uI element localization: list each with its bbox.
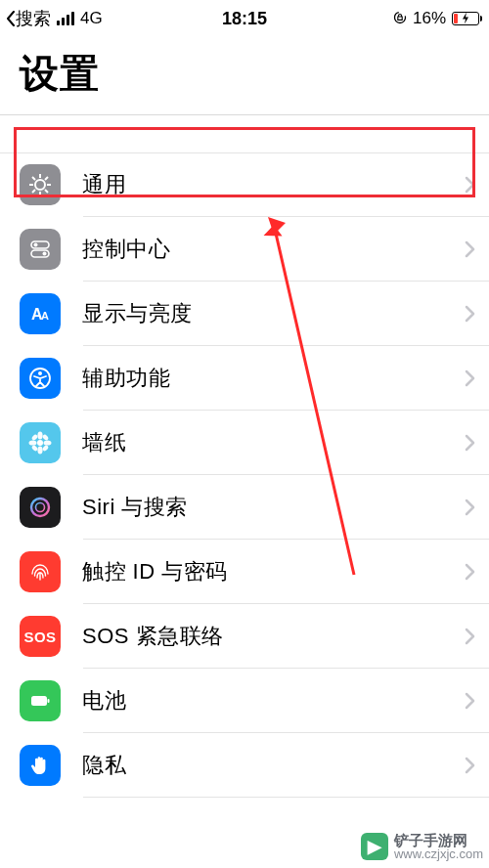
svg-line-7 (45, 190, 48, 193)
battery-percent: 16% (413, 9, 446, 28)
svg-point-22 (44, 440, 52, 445)
svg-point-17 (38, 371, 42, 375)
chevron-right-icon (450, 499, 489, 516)
row-sos[interactable]: SOS SOS 紧急联络 (0, 604, 489, 669)
svg-line-8 (32, 190, 35, 193)
svg-point-11 (34, 243, 38, 247)
orientation-lock-icon (393, 9, 407, 29)
watermark-url: www.czjxjc.com (394, 847, 483, 860)
row-label: 辅助功能 (61, 364, 450, 393)
svg-rect-29 (31, 696, 47, 706)
row-control-center[interactable]: 控制中心 (0, 217, 489, 282)
back-to-app[interactable]: 搜索 (6, 7, 51, 30)
watermark: ▶ 铲子手游网 www.czjxjc.com (361, 833, 483, 860)
clock: 18:15 (222, 9, 267, 29)
switches-icon (20, 229, 61, 270)
svg-point-20 (37, 447, 42, 455)
svg-text:A: A (41, 310, 49, 322)
battery-icon (452, 12, 479, 25)
row-label: 显示与亮度 (61, 299, 450, 328)
svg-line-6 (32, 177, 35, 180)
gear-icon (20, 164, 61, 205)
row-wallpaper[interactable]: 墙纸 (0, 411, 489, 475)
svg-line-9 (45, 177, 48, 180)
row-accessibility[interactable]: 辅助功能 (0, 346, 489, 411)
chevron-right-icon (450, 240, 489, 258)
sos-icon: SOS (20, 616, 61, 657)
row-label: 电池 (61, 686, 450, 716)
signal-icon (57, 12, 74, 25)
row-privacy[interactable]: 隐私 (0, 733, 489, 798)
status-bar: 搜索 4G 18:15 16% (0, 0, 489, 37)
back-label: 搜索 (16, 7, 51, 30)
status-left: 搜索 4G (6, 7, 103, 30)
flower-icon (20, 422, 61, 463)
svg-point-28 (36, 503, 45, 512)
watermark-logo-icon: ▶ (361, 833, 388, 860)
svg-point-19 (37, 432, 42, 440)
svg-point-24 (42, 434, 50, 442)
row-label: 通用 (61, 170, 450, 199)
svg-point-1 (35, 180, 45, 190)
watermark-name: 铲子手游网 (394, 833, 483, 847)
svg-point-18 (37, 440, 43, 446)
chevron-right-icon (450, 563, 489, 581)
network-label: 4G (80, 9, 103, 28)
chevron-right-icon (450, 176, 489, 194)
siri-icon (20, 487, 61, 528)
row-label: 隐私 (61, 751, 450, 780)
svg-point-13 (43, 252, 47, 256)
row-battery[interactable]: 电池 (0, 669, 489, 733)
svg-point-25 (31, 445, 39, 453)
row-display[interactable]: AA 显示与亮度 (0, 282, 489, 346)
svg-point-23 (31, 434, 39, 442)
chevron-right-icon (450, 692, 489, 710)
row-label: 触控 ID 与密码 (61, 557, 450, 586)
svg-point-21 (29, 440, 37, 445)
svg-rect-30 (48, 699, 50, 703)
row-label: SOS 紧急联络 (61, 622, 450, 651)
chevron-right-icon (450, 628, 489, 645)
back-chevron-icon (6, 11, 16, 26)
svg-point-26 (42, 445, 50, 453)
row-label: Siri 与搜索 (61, 493, 450, 522)
row-label: 墙纸 (61, 428, 450, 457)
accessibility-icon (20, 358, 61, 399)
chevron-right-icon (450, 434, 489, 452)
status-right: 16% (393, 9, 479, 29)
section-gap (0, 115, 489, 152)
row-siri[interactable]: Siri 与搜索 (0, 475, 489, 540)
chevron-right-icon (450, 757, 489, 774)
chevron-right-icon (450, 305, 489, 323)
fingerprint-icon (20, 551, 61, 592)
hand-icon (20, 745, 61, 786)
settings-list: 通用 控制中心 AA 显示与亮度 辅助功能 墙纸 (0, 152, 489, 798)
row-touchid[interactable]: 触控 ID 与密码 (0, 540, 489, 604)
row-label: 控制中心 (61, 235, 450, 264)
chevron-right-icon (450, 369, 489, 387)
sos-text: SOS (23, 629, 56, 645)
svg-point-27 (31, 499, 49, 516)
row-general[interactable]: 通用 (0, 152, 489, 217)
battery-icon (20, 680, 61, 721)
text-size-icon: AA (20, 293, 61, 334)
page-title: 设置 (20, 47, 469, 101)
nav-bar: 设置 (0, 37, 489, 115)
